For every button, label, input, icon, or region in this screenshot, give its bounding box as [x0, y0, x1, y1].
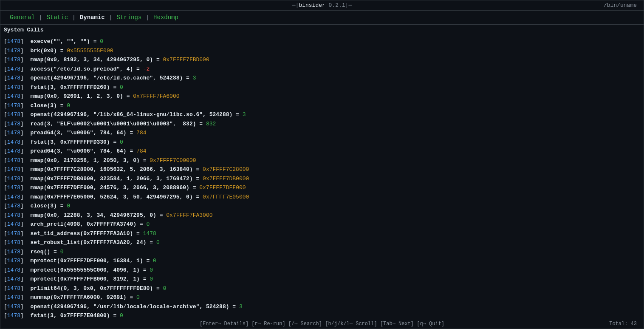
table-row[interactable]: [1478] mmap(0x0, 12288, 3, 34, 429496729…: [0, 211, 644, 220]
table-row[interactable]: [1478] rseq() = 0: [0, 247, 644, 257]
pid-6: 1478: [7, 93, 20, 99]
table-row[interactable]: [1478] mprotect(0x7FFFF7FFB000, 8192, 1)…: [0, 275, 644, 284]
table-row[interactable]: [1478] mprotect(0x55555555C000, 4096, 1)…: [0, 266, 644, 275]
table-row[interactable]: [1478] mmap(0x7FFFF7E05000, 52624, 3, 50…: [0, 193, 644, 202]
syscall-22: set_robust_list(0x7FFFF7FA3A20, 24) =: [30, 239, 156, 246]
ret-25: 0: [150, 267, 153, 273]
table-row[interactable]: [1478] mmap(0x0, 8192, 3, 34, 4294967295…: [0, 55, 644, 65]
table-row[interactable]: [1478] close(3) = 0: [0, 201, 644, 211]
ret-9: 832: [206, 121, 216, 127]
nav-dynamic[interactable]: Dynamic: [77, 13, 107, 22]
nav-hexdump[interactable]: Hexdump: [151, 13, 181, 22]
syscall-19: mmap(0x0, 12288, 3, 34, 4294967295, 0) =: [30, 212, 166, 218]
ret-6: 0x7FFFF7FA6000: [133, 93, 179, 99]
ret-24: 0: [153, 258, 156, 264]
syscall-4: openat(4294967196, "/etc/ld.so.cache", 5…: [30, 75, 192, 81]
syscall-13: mmap(0x0, 2170256, 1, 2050, 3, 0) =: [30, 157, 150, 164]
syscall-0: execve("", "", "") =: [30, 38, 100, 45]
table-row[interactable]: [1478] prlimit64(0, 3, 0x0, 0x7FFFFFFFFD…: [0, 284, 644, 293]
pid-15: 1478: [7, 176, 20, 182]
ret-0: 0: [100, 38, 103, 45]
table-row[interactable]: [1478] arch_prctl(4098, 0x7FFFF7FA3740) …: [0, 220, 644, 229]
ret-14: 0x7FFFF7C28000: [203, 166, 249, 173]
title-suffix: |─: [345, 2, 352, 9]
ret-7: 0: [67, 102, 70, 109]
table-row[interactable]: [1478] openat(4294967196, "/lib/x86_64-l…: [0, 110, 644, 119]
syscall-15: mmap(0x7FFFF7DB0000, 323584, 1, 2066, 3,…: [30, 176, 203, 182]
syscall-3: access("/etc/ld.so.preload", 4) =: [30, 66, 143, 72]
section-header: System Calls: [0, 25, 644, 35]
app-name: binsider: [299, 2, 325, 9]
pid-16: 1478: [7, 184, 20, 191]
syscall-29: openat(4294967196, "/usr/lib/locale/loca…: [30, 303, 239, 310]
table-row[interactable]: [1478] mprotect(0x7FFFF7DFF000, 16384, 1…: [0, 256, 644, 266]
pid-28: 1478: [7, 294, 20, 301]
status-keys: [Enter→ Details] [r→ Re-run] [/→ Search]…: [200, 321, 444, 327]
pid-8: 1478: [7, 111, 20, 118]
pid-11: 1478: [7, 139, 20, 145]
table-row[interactable]: [1478] execve("", "", "") = 0: [0, 37, 644, 46]
pid-26: 1478: [7, 276, 20, 282]
nav-general[interactable]: General: [7, 13, 37, 22]
app-window: ─|binsider 0.2.1|─ /bin/uname General | …: [0, 0, 644, 329]
table-row[interactable]: [1478] set_robust_list(0x7FFFF7FA3A20, 2…: [0, 238, 644, 247]
pid-4: 1478: [7, 75, 20, 81]
ret-20: 0: [146, 221, 150, 227]
pid-23: 1478: [7, 249, 20, 255]
ret-23: 0: [60, 249, 64, 255]
nav-static[interactable]: Static: [44, 13, 71, 22]
table-row[interactable]: [1478] fstat(3, 0x7FFFF7E04800) = 0: [0, 311, 644, 319]
ret-30: 0: [120, 312, 123, 319]
nav-bar: General | Static | Dynamic | Strings | H…: [0, 11, 644, 25]
pid-17: 1478: [7, 194, 20, 200]
syscall-28: munmap(0x7FFFF7FA6000, 92691) =: [30, 294, 136, 301]
table-row[interactable]: [1478] pread64(3, "\u0006", 784, 64) = 7…: [0, 147, 644, 156]
table-row[interactable]: [1478] openat(4294967196, "/etc/ld.so.ca…: [0, 74, 644, 83]
ret-12: 784: [136, 148, 146, 154]
pid-1: 1478: [7, 48, 20, 54]
table-row[interactable]: [1478] read(3, "ELF\u0002\u0001\u0001\u0…: [0, 119, 644, 129]
table-row[interactable]: [1478] openat(4294967196, "/usr/lib/loca…: [0, 302, 644, 312]
syscall-7: close(3) =: [30, 102, 67, 109]
table-row[interactable]: [1478] access("/etc/ld.so.preload", 4) =…: [0, 65, 644, 74]
ret-3: -2: [143, 66, 150, 72]
ret-15: 0x7FFFF7DB0000: [203, 176, 249, 182]
table-row[interactable]: [1478] fstat(3, 0x7FFFFFFFD260) = 0: [0, 83, 644, 92]
pid-25: 1478: [7, 267, 20, 273]
total-count: Total: 43: [609, 321, 637, 327]
table-row[interactable]: [1478] mmap(0x0, 2170256, 1, 2050, 3, 0)…: [0, 156, 644, 165]
table-row[interactable]: [1478] pread64(3, "\u0006", 784, 64) = 7…: [0, 128, 644, 138]
nav-sep-3: |: [109, 14, 113, 21]
ret-22: 0: [156, 239, 160, 246]
pid-13: 1478: [7, 157, 20, 164]
ret-17: 0x7FFFF7E05000: [203, 194, 249, 200]
ret-26: 0: [150, 276, 153, 282]
pid-14: 1478: [7, 166, 20, 173]
table-row[interactable]: [1478] mmap(0x7FFFF7DB0000, 323584, 1, 2…: [0, 174, 644, 184]
syscall-6: mmap(0x0, 92691, 1, 2, 3, 0) =: [30, 93, 133, 99]
ret-13: 0x7FFFF7C00000: [150, 157, 196, 164]
syscall-8: openat(4294967196, "/lib/x86_64-linux-gn…: [30, 111, 242, 118]
pid-2: 1478: [7, 57, 20, 63]
ret-5: 0: [120, 84, 123, 91]
ret-27: 0: [163, 285, 167, 292]
table-row[interactable]: [1478] mmap(0x7FFFF7DFF000, 24576, 3, 20…: [0, 183, 644, 193]
table-row[interactable]: [1478] mmap(0x7FFFF7C28000, 1605632, 5, …: [0, 165, 644, 174]
ret-16: 0x7FFFF7DFF000: [199, 184, 246, 191]
nav-strings[interactable]: Strings: [114, 13, 144, 22]
title-bar: ─|binsider 0.2.1|─ /bin/uname: [0, 0, 644, 11]
pid-3: 1478: [7, 66, 20, 72]
content-area[interactable]: [1478] execve("", "", "") = 0[1478] brk(…: [0, 35, 644, 319]
table-row[interactable]: [1478] munmap(0x7FFFF7FA6000, 92691) = 0: [0, 293, 644, 302]
table-row[interactable]: [1478] mmap(0x0, 92691, 1, 2, 3, 0) = 0x…: [0, 92, 644, 101]
syscall-30: fstat(3, 0x7FFFF7E04800) =: [30, 312, 120, 319]
table-row[interactable]: [1478] fstat(3, 0x7FFFFFFFD330) = 0: [0, 138, 644, 147]
ret-8: 3: [243, 111, 246, 118]
syscall-16: mmap(0x7FFFF7DFF000, 24576, 3, 2066, 3, …: [30, 184, 199, 191]
pid-9: 1478: [7, 121, 20, 127]
table-row[interactable]: [1478] close(3) = 0: [0, 101, 644, 111]
table-row[interactable]: [1478] set_tid_address(0x7FFFF7FA3A10) =…: [0, 229, 644, 238]
title-prefix: ─|: [292, 2, 299, 9]
table-row[interactable]: [1478] brk(0x0) = 0x55555555E000: [0, 46, 644, 56]
nav-sep-1: |: [39, 14, 42, 21]
